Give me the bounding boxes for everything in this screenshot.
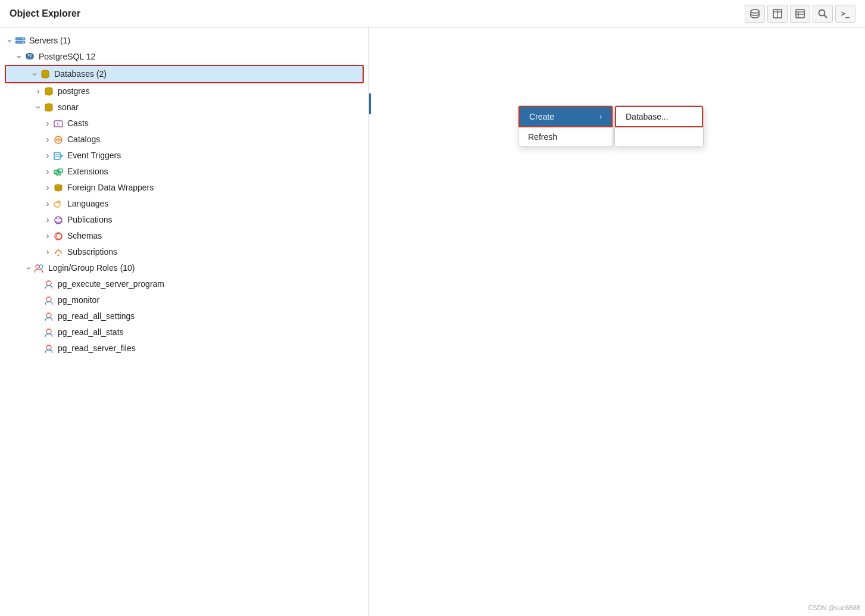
arrow-catalogs[interactable] — [43, 135, 52, 145]
role-read-all-settings-icon — [43, 311, 55, 323]
context-menu-area: Create › Refresh Database... — [518, 105, 704, 147]
tree-item-schemas[interactable]: Schemas — [0, 228, 369, 244]
tree-item-subscriptions[interactable]: Subscriptions — [0, 244, 369, 260]
tree-item-loginroles[interactable]: Login/Group Roles (10) — [0, 260, 369, 276]
db-sonar-icon — [43, 102, 55, 114]
subscriptions-icon — [52, 246, 64, 258]
arrow-casts[interactable] — [43, 119, 52, 129]
publications-icon — [52, 214, 64, 226]
arrow-servers[interactable] — [5, 36, 14, 46]
svg-point-0 — [751, 10, 759, 13]
svg-rect-4 — [796, 10, 804, 18]
server-toolbar-icon — [750, 8, 760, 19]
svg-point-38 — [46, 297, 51, 302]
tree-item-foreigndata[interactable]: Foreign Data Wrappers — [0, 180, 369, 196]
databases-label: Databases (2) — [54, 68, 107, 80]
tree-item-pg-monitor[interactable]: pg_monitor — [0, 292, 369, 308]
tree-item-casts[interactable]: C Casts — [0, 115, 369, 132]
schemas-icon — [52, 230, 64, 242]
svg-point-37 — [46, 281, 51, 286]
svg-point-8 — [819, 10, 825, 16]
tree-item-languages[interactable]: Languages — [0, 196, 369, 212]
svg-point-34 — [58, 254, 60, 256]
eventtriggers-label: Event Triggers — [67, 149, 121, 162]
foreigndata-label: Foreign Data Wrappers — [67, 182, 154, 194]
arrow-postgresql[interactable] — [14, 52, 24, 62]
role-execute-icon — [43, 279, 55, 290]
panel-title: Object Explorer — [10, 8, 80, 19]
create-label: Create — [529, 112, 554, 121]
menu-item-refresh[interactable]: Refresh — [519, 127, 613, 146]
tree-item-pg-read-all-stats[interactable]: pg_read_all_stats — [0, 324, 369, 340]
arrow-languages[interactable] — [43, 199, 52, 209]
tree-item-postgres[interactable]: postgres — [0, 83, 369, 99]
svg-rect-28 — [58, 169, 63, 173]
terminal-button[interactable]: >_ — [835, 5, 855, 23]
catalogs-icon — [52, 134, 64, 146]
tree-item-sonar[interactable]: sonar — [0, 99, 369, 115]
db-postgres-icon — [43, 86, 55, 98]
tree-item-publications[interactable]: Publications — [0, 212, 369, 228]
tree-item-pg-read-server-files[interactable]: pg_read_server_files — [0, 340, 369, 357]
casts-icon: C — [52, 118, 64, 130]
menu-item-create[interactable]: Create › — [519, 106, 613, 127]
arrow-schemas[interactable] — [43, 232, 52, 241]
svg-point-35 — [36, 265, 39, 268]
svg-line-9 — [825, 15, 827, 18]
tree-item-catalogs[interactable]: Catalogs — [0, 132, 369, 148]
table-button[interactable] — [767, 5, 788, 23]
pg-read-server-files-label: pg_read_server_files — [58, 342, 136, 355]
eventtriggers-icon — [52, 150, 64, 162]
table-alt-button[interactable] — [790, 5, 810, 23]
pg-read-all-stats-label: pg_read_all_stats — [58, 326, 124, 339]
arrow-eventtriggers[interactable] — [43, 151, 52, 161]
arrow-loginroles[interactable] — [24, 264, 33, 273]
catalogs-label: Catalogs — [67, 133, 100, 146]
publications-label: Publications — [67, 214, 113, 226]
watermark: CSDN @sun6888 — [808, 604, 860, 611]
arrow-publications[interactable] — [43, 215, 52, 225]
toolbar: >_ — [745, 5, 855, 23]
server-icon — [14, 35, 26, 47]
server-button[interactable] — [745, 5, 765, 23]
svg-point-31 — [54, 202, 60, 207]
svg-text:C: C — [57, 122, 60, 126]
svg-point-12 — [23, 38, 24, 39]
svg-point-40 — [46, 329, 51, 334]
app-container: Object Explorer — [0, 0, 865, 616]
arrow-foreigndata[interactable] — [43, 183, 52, 193]
tree-item-pg-read-all-settings[interactable]: pg_read_all_settings — [0, 308, 369, 324]
loginroles-icon — [33, 262, 45, 274]
arrow-extensions[interactable] — [43, 167, 52, 177]
right-panel: Create › Refresh Database... CSDN @sun68… — [369, 28, 865, 616]
arrow-postgres[interactable] — [33, 87, 43, 96]
tree-item-postgresql[interactable]: PG PostgreSQL 12 — [0, 49, 369, 65]
tree-item-extensions[interactable]: Extensions — [0, 164, 369, 180]
postgresql-label: PostgreSQL 12 — [39, 51, 95, 63]
sonar-label: sonar — [58, 101, 79, 114]
terminal-icon: >_ — [841, 10, 850, 18]
extensions-label: Extensions — [67, 165, 108, 178]
extensions-icon — [52, 166, 64, 178]
arrow-sonar[interactable] — [33, 103, 43, 112]
pg-monitor-label: pg_monitor — [58, 294, 99, 307]
tree-item-eventtriggers[interactable]: Event Triggers — [0, 148, 369, 164]
blue-indicator-line — [369, 93, 371, 114]
pg-execute-label: pg_execute_server_program — [58, 278, 164, 290]
role-read-server-files-icon — [43, 343, 55, 355]
svg-point-32 — [55, 217, 62, 224]
search-button[interactable] — [813, 5, 833, 23]
submenu: Database... — [614, 105, 704, 147]
arrow-databases[interactable] — [30, 70, 39, 79]
servers-label: Servers (1) — [29, 35, 70, 47]
languages-label: Languages — [67, 198, 108, 210]
submenu-item-database[interactable]: Database... — [615, 106, 703, 127]
table-toolbar-icon — [772, 8, 783, 19]
tree-item-servers[interactable]: Servers (1) — [0, 33, 369, 49]
arrow-subscriptions[interactable] — [43, 248, 52, 257]
search-toolbar-icon — [817, 8, 828, 19]
databases-icon — [39, 68, 51, 80]
tree-item-databases[interactable]: Databases (2) — [6, 66, 363, 82]
svg-rect-24 — [54, 152, 60, 160]
tree-item-pg-execute[interactable]: pg_execute_server_program — [0, 276, 369, 292]
